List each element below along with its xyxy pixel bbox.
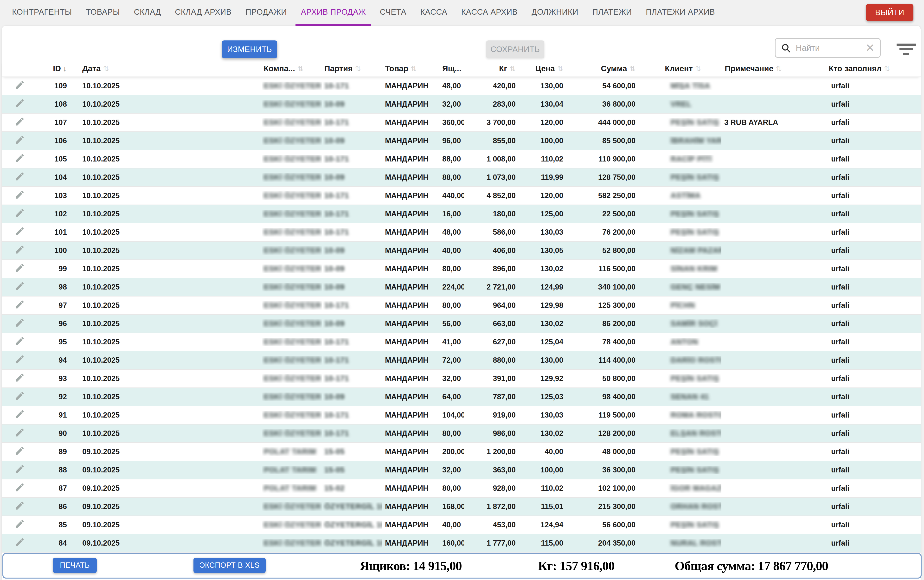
edit-icon[interactable] — [15, 482, 25, 493]
tab-счета[interactable]: СЧЕТА — [374, 0, 412, 26]
censored-text: ORHAN ROSTOV — [670, 502, 721, 511]
tab-должники[interactable]: ДОЛЖНИКИ — [526, 0, 583, 26]
edit-icon[interactable] — [15, 372, 25, 383]
censored-text: ESKİ ÖZYETER — [264, 155, 321, 163]
cell-edit — [2, 171, 38, 184]
tab-касса-архив[interactable]: КАССА АРХИВ — [456, 0, 523, 26]
logout-button[interactable]: ВЫЙТИ — [866, 4, 913, 21]
censored-text: ESKİ ÖZYETER — [264, 209, 321, 218]
cell-id: 85 — [38, 521, 67, 529]
table-row: 10210.10.2025ESKİ ÖZYETER10-171МАНДАРИН1… — [2, 205, 921, 223]
column-header-boxes[interactable]: Ящ...⇅ — [442, 64, 464, 73]
edit-icon[interactable] — [15, 519, 25, 529]
edit-icon[interactable] — [15, 171, 25, 182]
edit-icon[interactable] — [15, 226, 25, 237]
tab-товары[interactable]: ТОВАРЫ — [81, 0, 125, 26]
cell-price: 124,94 — [518, 521, 566, 529]
table-row: 9310.10.2025ESKİ ÖZYETER10-171МАНДАРИН32… — [2, 370, 921, 388]
edit-icon[interactable] — [15, 244, 25, 255]
search-input[interactable] — [795, 43, 865, 53]
column-header-product[interactable]: Товар⇅ — [382, 64, 442, 73]
edit-icon[interactable] — [15, 409, 25, 420]
edit-icon[interactable] — [15, 445, 25, 456]
search-clear-icon[interactable]: ✕ — [865, 42, 875, 53]
cell-company: ESKİ ÖZYETER — [262, 173, 322, 182]
edit-icon[interactable] — [15, 391, 25, 401]
cell-filler: urfali — [825, 155, 921, 163]
edit-icon[interactable] — [15, 336, 25, 346]
cell-sum: 48 000,00 — [566, 447, 638, 456]
cell-filler: urfali — [825, 356, 921, 364]
edit-icon[interactable] — [15, 135, 25, 145]
print-button[interactable]: ПЕЧАТЬ — [53, 558, 97, 573]
tab-контрагенты[interactable]: КОНТРАГЕНТЫ — [7, 0, 77, 26]
cell-boxes: 32,00 — [442, 374, 464, 383]
column-header-note[interactable]: Примечание⇅ — [721, 64, 825, 73]
cell-date: 10.10.2025 — [67, 264, 262, 273]
edit-icon[interactable] — [15, 354, 25, 364]
cell-edit — [2, 244, 38, 257]
cell-date: 10.10.2025 — [67, 246, 262, 255]
cell-client: VREL — [638, 100, 721, 109]
cell-sum: 582 250,00 — [566, 191, 638, 200]
censored-text: ESKİ ÖZYETER — [264, 502, 321, 511]
tab-касса[interactable]: КАССА — [415, 0, 453, 26]
table-row: 9710.10.2025ESKİ ÖZYETER10-171МАНДАРИН80… — [2, 297, 921, 315]
edit-icon[interactable] — [15, 464, 25, 475]
censored-text: PEŞİN SATIŞ — [670, 118, 719, 127]
edit-icon[interactable] — [15, 427, 25, 438]
edit-button[interactable]: ИЗМЕНИТЬ — [222, 40, 277, 58]
tab-платежи[interactable]: ПЛАТЕЖИ — [587, 0, 637, 26]
cell-sum: 110 900,00 — [566, 155, 638, 163]
export-xls-button[interactable]: ЭКСПОРТ В XLS — [193, 558, 266, 573]
edit-icon[interactable] — [15, 500, 25, 511]
edit-icon[interactable] — [15, 262, 25, 273]
filter-icon[interactable] — [896, 44, 916, 57]
edit-icon[interactable] — [15, 189, 25, 200]
cell-kg: 586,00 — [464, 228, 518, 237]
cell-product: МАНДАРИН — [382, 502, 442, 511]
cell-boxes: 56,00 — [442, 320, 464, 328]
tab-склад[interactable]: СКЛАД — [128, 0, 166, 26]
column-header-price[interactable]: Цена⇅ — [518, 64, 566, 73]
edit-icon[interactable] — [15, 299, 25, 310]
column-header-sum[interactable]: Сумма⇅ — [566, 64, 638, 73]
tab-склад-архив[interactable]: СКЛАД АРХИВ — [170, 0, 237, 26]
column-header-date[interactable]: Дата⇅ — [67, 64, 262, 73]
edit-icon[interactable] — [15, 80, 25, 90]
cell-edit — [2, 318, 38, 330]
tab-платежи-архив[interactable]: ПЛАТЕЖИ АРХИВ — [641, 0, 720, 26]
cell-edit — [2, 391, 38, 403]
edit-icon[interactable] — [15, 153, 25, 163]
tab-продажи[interactable]: ПРОДАЖИ — [240, 0, 292, 26]
cell-id: 99 — [38, 264, 67, 273]
cell-filler: urfali — [825, 484, 921, 493]
edit-icon[interactable] — [15, 318, 25, 328]
column-header-company[interactable]: Компа...⇅ — [262, 64, 322, 73]
cell-batch: 10-09 — [322, 100, 382, 109]
cell-filler: urfali — [825, 502, 921, 511]
search-box[interactable]: ✕ — [775, 38, 881, 58]
column-header-client[interactable]: Клиент⇅ — [638, 64, 721, 73]
censored-text: PEŞİN SATIŞ — [670, 173, 719, 182]
censored-text: 10-09 — [324, 137, 344, 145]
censored-text: ESKİ ÖZYETER — [264, 338, 321, 346]
column-header-filler[interactable]: Кто заполнял⇅ — [825, 64, 921, 73]
censored-text: 10-171 — [324, 429, 349, 438]
cell-date: 10.10.2025 — [67, 429, 262, 438]
edit-icon[interactable] — [15, 281, 25, 292]
cell-edit — [2, 519, 38, 531]
cell-id: 92 — [38, 392, 67, 401]
cell-price: 100,00 — [518, 137, 566, 145]
cell-edit — [2, 208, 38, 220]
edit-icon[interactable] — [15, 116, 25, 127]
column-header-kg[interactable]: Кг⇅ — [464, 64, 518, 73]
save-button[interactable]: СОХРАНИТЬ — [486, 40, 544, 58]
edit-icon[interactable] — [15, 537, 25, 547]
edit-icon[interactable] — [15, 208, 25, 218]
column-header-id[interactable]: ID↓ — [38, 64, 67, 73]
edit-icon[interactable] — [15, 98, 25, 109]
column-header-batch[interactable]: Партия⇅ — [322, 64, 382, 73]
tab-архив-продаж[interactable]: АРХИВ ПРОДАЖ — [295, 0, 371, 26]
cell-company: ESKİ ÖZYETER — [262, 521, 322, 529]
